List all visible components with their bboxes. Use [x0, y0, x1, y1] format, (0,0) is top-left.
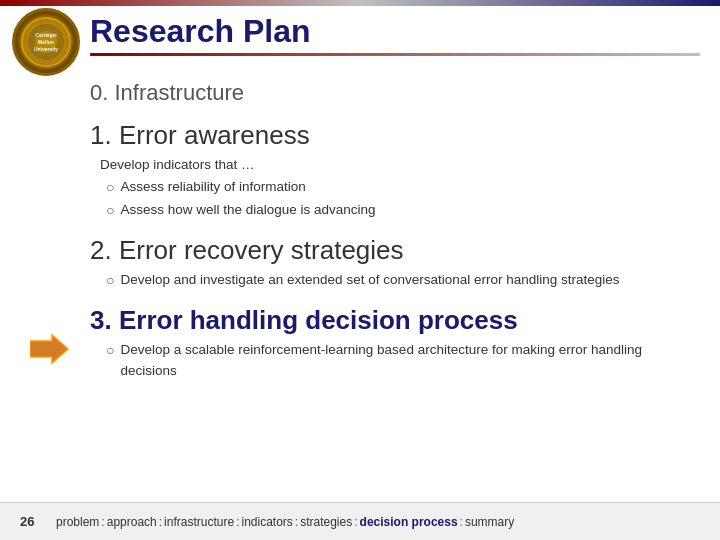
section-2-bullet-1: ○ Develop and investigate an extended se…: [106, 270, 700, 291]
section-3-bullet-1-text: Develop a scalable reinforcement-learnin…: [120, 340, 700, 381]
main-content: 0. Infrastructure 1. Error awareness Dev…: [90, 80, 700, 490]
bullet-icon-1: ○: [106, 177, 114, 198]
nav-separator: :: [159, 515, 162, 529]
section-error-handling: 3. Error handling decision process ○ Dev…: [90, 305, 700, 381]
nav-item-indicators: indicators: [241, 515, 292, 529]
section-3-heading: 3. Error handling decision process: [90, 305, 700, 336]
section-1-intro: Develop indicators that …: [100, 155, 700, 175]
nav-separator: :: [295, 515, 298, 529]
svg-text:Mellon: Mellon: [38, 39, 54, 45]
nav-item-problem: problem: [56, 515, 99, 529]
university-logo: Carnegie Mellon University: [12, 8, 82, 78]
nav-item-approach: approach: [107, 515, 157, 529]
section-1-bullet-2-text: Assess how well the dialogue is advancin…: [120, 200, 375, 220]
page-number: 26: [20, 514, 40, 529]
section-2-heading: 2. Error recovery strategies: [90, 235, 700, 266]
title-area: Research Plan: [90, 14, 700, 56]
arrow-icon: [30, 333, 70, 369]
section-1-bullet-2: ○ Assess how well the dialogue is advanc…: [106, 200, 700, 221]
section-error-recovery: 2. Error recovery strategies ○ Develop a…: [90, 235, 700, 291]
bottom-nav-bar: 26 problem : approach : infrastructure :…: [0, 502, 720, 540]
bullet-icon-2: ○: [106, 200, 114, 221]
nav-item-strategies: strategies: [300, 515, 352, 529]
section-error-awareness: 1. Error awareness Develop indicators th…: [90, 120, 700, 221]
nav-item-decision-process: decision process: [360, 515, 458, 529]
page-title: Research Plan: [90, 14, 700, 49]
svg-text:University: University: [34, 46, 58, 52]
section-2-bullet-1-text: Develop and investigate an extended set …: [120, 270, 619, 290]
svg-marker-7: [30, 335, 68, 363]
section-0-heading: 0. Infrastructure: [90, 80, 700, 106]
bullet-icon-3: ○: [106, 270, 114, 291]
nav-separator: :: [354, 515, 357, 529]
nav-item-summary: summary: [465, 515, 514, 529]
title-underline: [90, 53, 700, 56]
nav-separator: :: [460, 515, 463, 529]
nav-separator: :: [101, 515, 104, 529]
section-1-bullet-1-text: Assess reliability of information: [120, 177, 305, 197]
section-1-heading: 1. Error awareness: [90, 120, 700, 151]
top-accent-bar: [0, 0, 720, 6]
section-3-bullet-1: ○ Develop a scalable reinforcement-learn…: [106, 340, 700, 381]
section-1-bullet-1: ○ Assess reliability of information: [106, 177, 700, 198]
nav-item-infrastructure: infrastructure: [164, 515, 234, 529]
svg-text:Carnegie: Carnegie: [35, 32, 57, 38]
nav-separator: :: [236, 515, 239, 529]
nav-items: problem : approach : infrastructure : in…: [56, 515, 514, 529]
section-infrastructure: 0. Infrastructure: [90, 80, 700, 106]
bullet-icon-4: ○: [106, 340, 114, 361]
